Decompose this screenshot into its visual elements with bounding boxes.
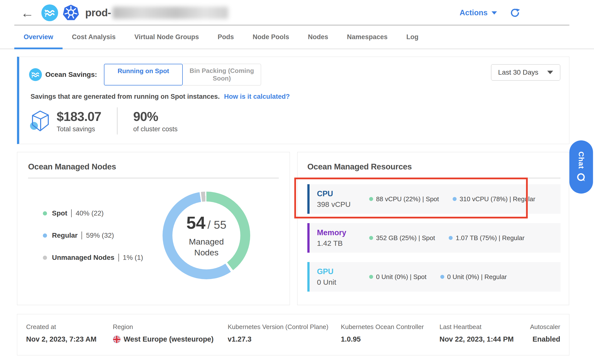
chat-button[interactable]: Chat [569, 140, 593, 194]
ocean-logo-icon [41, 4, 58, 21]
tab-log[interactable]: Log [397, 26, 428, 49]
tab-cost-analysis[interactable]: Cost Analysis [63, 26, 125, 49]
managed-resources-title: Ocean Managed Resources [307, 162, 561, 171]
legend-label: Spot [52, 209, 67, 217]
info-value: Nov 22, 2023, 1:44 PM [439, 335, 530, 343]
info-autoscaler: Autoscaler Enabled [530, 323, 560, 343]
info-label: Last Heartbeat [439, 323, 530, 331]
total-count: / 55 [208, 218, 227, 232]
gpu-spot-metric: 0 Unit (0%) | Spot [369, 273, 427, 281]
resource-row-memory: Memory 1.42 TB 352 GB (25%) | Spot 1.07 … [307, 223, 561, 253]
tab-nodes[interactable]: Nodes [298, 26, 338, 49]
info-value: Nov 2, 2023, 7:23 AM [26, 335, 113, 343]
spot-dot-icon [369, 275, 373, 279]
legend-item-spot: Spot 40% (22) [43, 209, 143, 217]
cluster-cost-caption: of cluster costs [133, 125, 178, 133]
cpu-regular-value: 310 vCPU (78%) | Regular [460, 195, 535, 203]
tab-node-pools[interactable]: Node Pools [243, 26, 299, 49]
ocean-savings-icon [29, 68, 42, 81]
gpu-total: 0 Unit [317, 278, 369, 286]
actions-button[interactable]: Actions [460, 8, 497, 17]
card-divider [28, 178, 279, 178]
nodes-legend: Spot 40% (22) Regular 59% (32) Unmanaged… [43, 209, 143, 262]
memory-label: Memory [317, 228, 369, 237]
page-title: prod- [85, 7, 228, 19]
running-on-spot-toggle[interactable]: Running on Spot [104, 64, 183, 85]
legend-item-regular: Regular 59% (32) [43, 232, 143, 239]
info-label: Autoscaler [530, 323, 560, 331]
gpu-regular-value: 0 Unit (0%) | Regular [447, 273, 507, 281]
kubernetes-icon [62, 4, 80, 22]
how-calculated-link[interactable]: How is it calculated? [224, 93, 290, 100]
unmanaged-dot-icon [43, 256, 47, 260]
chat-label: Chat [577, 151, 585, 169]
info-region: Region West Europe (westeurope) [113, 323, 228, 343]
cluster-cost-value: 90% [133, 109, 178, 124]
ocean-savings-label: Ocean Savings: [45, 71, 97, 79]
managed-nodes-donut-chart: 54 / 55 Managed Nodes [163, 192, 250, 279]
info-label: Kubernetes Version (Control Plane) [228, 323, 341, 331]
ocean-managed-resources-card: Ocean Managed Resources CPU 398 vCPU 88 … [297, 152, 569, 305]
resource-row-cpu: CPU 398 vCPU 88 vCPU (22%) | Spot 310 vC… [307, 184, 561, 214]
card-divider [307, 178, 561, 178]
cpu-regular-metric: 310 vCPU (78%) | Regular [453, 195, 535, 203]
legend-value: 59% (32) [82, 232, 114, 239]
period-dropdown[interactable]: Last 30 Days [491, 64, 560, 81]
regular-dot-icon [449, 236, 453, 240]
memory-regular-value: 1.07 TB (75%) | Regular [456, 234, 524, 242]
regular-dot-icon [453, 197, 457, 201]
legend-label: Regular [52, 232, 78, 239]
gpu-label: GPU [317, 267, 369, 276]
ocean-managed-nodes-card: Ocean Managed Nodes Spot 40% (22) Regula… [17, 152, 290, 305]
cluster-name-prefix: prod- [85, 7, 111, 19]
tab-namespaces[interactable]: Namespaces [338, 26, 397, 49]
tab-pods[interactable]: Pods [208, 26, 243, 49]
savings-cube-icon [30, 110, 51, 132]
spot-dot-icon [369, 197, 373, 201]
savings-toggle-group: Running on Spot Bin Packing (Coming Soon… [104, 64, 261, 85]
regular-dot-icon [440, 275, 444, 279]
legend-value: 1% (1) [118, 254, 143, 262]
info-value: Enabled [530, 335, 560, 343]
total-savings-stat: $183.07 Total savings [57, 109, 101, 133]
managed-count: 54 [186, 213, 206, 233]
uk-flag-icon [113, 335, 121, 343]
info-created-at: Created at Nov 2, 2023, 7:23 AM [26, 323, 113, 343]
bin-packing-toggle[interactable]: Bin Packing (Coming Soon) [183, 64, 261, 85]
info-value: 1.0.95 [341, 335, 439, 343]
cpu-spot-value: 88 vCPU (22%) | Spot [376, 195, 439, 203]
ocean-savings-panel: Ocean Savings: Running on Spot Bin Packi… [17, 57, 569, 144]
total-savings-caption: Total savings [57, 125, 101, 133]
legend-value: 40% (22) [71, 209, 104, 217]
back-arrow-icon[interactable]: ← [21, 6, 34, 19]
info-k8s-version: Kubernetes Version (Control Plane) v1.27… [228, 323, 341, 343]
chevron-down-icon [492, 11, 497, 15]
legend-item-unmanaged: Unmanaged Nodes 1% (1) [43, 254, 143, 262]
gpu-regular-metric: 0 Unit (0%) | Regular [440, 273, 507, 281]
cluster-name-redacted [113, 7, 228, 19]
tab-virtual-node-groups[interactable]: Virtual Node Groups [125, 26, 208, 49]
actions-label: Actions [460, 8, 488, 17]
cpu-label: CPU [317, 189, 369, 198]
cluster-info-bar: Created at Nov 2, 2023, 7:23 AM Region W… [17, 314, 569, 355]
total-savings-value: $183.07 [57, 109, 101, 124]
chevron-down-icon [547, 71, 553, 74]
info-label: Kubernetes Ocean Controller [341, 323, 439, 331]
stat-divider [117, 107, 117, 134]
memory-total: 1.42 TB [317, 239, 369, 248]
memory-spot-metric: 352 GB (25%) | Spot [369, 234, 435, 242]
tab-bar: Overview Cost Analysis Virtual Node Grou… [0, 26, 594, 49]
info-label: Region [113, 323, 228, 331]
cpu-total: 398 vCPU [317, 200, 369, 209]
regular-dot-icon [43, 233, 47, 238]
gpu-spot-value: 0 Unit (0%) | Spot [376, 273, 427, 281]
info-value: West Europe (westeurope) [124, 335, 214, 343]
memory-spot-value: 352 GB (25%) | Spot [376, 234, 435, 242]
managed-nodes-title: Ocean Managed Nodes [28, 162, 279, 171]
refresh-icon[interactable] [510, 8, 520, 18]
info-label: Created at [26, 323, 113, 331]
spot-dot-icon [43, 211, 47, 215]
period-dropdown-value: Last 30 Days [498, 68, 538, 76]
donut-caption: Managed Nodes [178, 236, 235, 258]
tab-overview[interactable]: Overview [14, 26, 63, 49]
